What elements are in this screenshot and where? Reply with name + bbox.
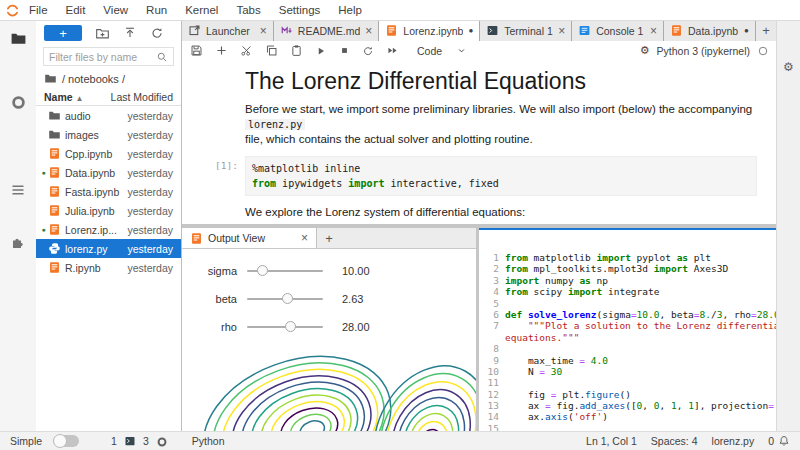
slider-value: 2.63 (342, 293, 363, 305)
right-activity-bar: ⚙ (776, 20, 800, 432)
copy-cell-button[interactable] (265, 44, 278, 57)
slider-row-beta: beta2.63 (182, 285, 476, 313)
filter-files-input[interactable]: Filter files by name (43, 47, 174, 66)
new-folder-button[interactable] (95, 26, 110, 41)
slider-track[interactable] (247, 298, 323, 300)
cut-cell-button[interactable] (240, 44, 253, 57)
menu-edit[interactable]: Edit (57, 4, 95, 16)
main-tab-bar: Launcher×README.md×Lorenz.ipynb●Terminal… (182, 20, 777, 41)
editor-panel: lorenz.py × + 1from matplotlib import py… (479, 228, 777, 432)
editor-line[interactable]: 8 (479, 343, 777, 354)
close-icon[interactable]: × (650, 25, 657, 37)
close-icon[interactable]: × (260, 25, 267, 37)
tab-output-view[interactable]: Output View × (182, 228, 317, 248)
language-indicator[interactable]: Python (192, 435, 225, 447)
slider-handle[interactable] (282, 293, 293, 304)
code-editor[interactable]: 1from matplotlib import pyplot as plt2fr… (479, 230, 777, 432)
tab-terminal-1[interactable]: Terminal 1× (480, 20, 572, 41)
breadcrumb[interactable]: / notebooks / (36, 69, 181, 88)
refresh-button[interactable] (150, 26, 164, 40)
kernel-count[interactable]: 3 (143, 435, 149, 447)
extension-manager-tab-icon[interactable] (8, 232, 28, 252)
editor-line[interactable]: 1from matplotlib import pyplot as plt (479, 252, 777, 263)
menu-run[interactable]: Run (137, 4, 176, 16)
menu-file[interactable]: File (20, 4, 57, 16)
file-row-cpp-ipynb[interactable]: Cpp.ipynbyesterday (36, 144, 181, 163)
file-modified: yesterday (127, 262, 173, 274)
file-row-data-ipynb[interactable]: ●Data.ipynbyesterday (36, 163, 181, 182)
tab-data-ipynb[interactable]: Data.ipynb● (664, 20, 756, 41)
editor-line[interactable]: 7 """Plot a solution to the Lorenz diffe… (479, 320, 777, 331)
upload-button[interactable] (123, 26, 137, 40)
editor-line[interactable]: 6def solve_lorenz(sigma=10.0, beta=8./3,… (479, 309, 777, 320)
editor-line[interactable]: 9 max_time = 4.0 (479, 355, 777, 366)
file-row-julia-ipynb[interactable]: Julia.ipynbyesterday (36, 201, 181, 220)
menu-settings[interactable]: Settings (270, 4, 330, 16)
interrupt-kernel-button[interactable] (339, 45, 350, 56)
console-icon (578, 24, 591, 37)
file-row-audio[interactable]: audioyesterday (36, 106, 181, 125)
menu-tabs[interactable]: Tabs (227, 4, 269, 16)
editor-line[interactable]: 11 (479, 377, 777, 388)
line-number: 14 (479, 411, 505, 422)
editor-line[interactable]: 13 ax = fig.add_axes([0, 0, 1, 1], proje… (479, 400, 777, 411)
editor-line[interactable]: 14 ax.axis('off') (479, 411, 777, 422)
editor-line[interactable]: 3import numpy as np (479, 275, 777, 286)
save-button[interactable] (190, 44, 203, 57)
modified-column-header[interactable]: Last Modified (111, 91, 173, 103)
indent-indicator[interactable]: Spaces: 4 (651, 435, 698, 447)
editor-line[interactable]: 4from scipy import integrate (479, 286, 777, 297)
kernel-settings-icon[interactable]: ⚙ (640, 44, 650, 57)
menu-view[interactable]: View (94, 4, 137, 16)
tab-console-1[interactable]: Console 1× (572, 20, 664, 41)
new-tab-button[interactable]: + (756, 20, 777, 41)
slider-track[interactable] (247, 270, 323, 272)
slider-handle[interactable] (257, 265, 268, 276)
menu-help[interactable]: Help (329, 4, 371, 16)
line-number: 3 (479, 275, 505, 286)
table-of-contents-tab-icon[interactable] (8, 180, 28, 200)
editor-line[interactable]: 5 (479, 298, 777, 309)
editor-line[interactable]: equations.""" (479, 332, 777, 343)
menu-kernel[interactable]: Kernel (176, 4, 227, 16)
editor-line[interactable]: 2from mpl_toolkits.mplot3d import Axes3D (479, 263, 777, 274)
running-kernels-tab-icon[interactable] (8, 92, 28, 112)
file-browser-tab-icon[interactable] (8, 28, 28, 48)
file-list-header[interactable]: Name▲ Last Modified (36, 88, 181, 106)
paste-cell-button[interactable] (290, 44, 303, 57)
restart-run-all-button[interactable] (386, 44, 399, 57)
close-icon[interactable]: × (301, 231, 308, 245)
code-cell[interactable]: %matplotlib inlinefrom ipywidgets import… (245, 156, 757, 196)
file-row-lorenz-ip-[interactable]: ●Lorenz.ip...yesterday (36, 220, 181, 239)
running-dot-icon: ● (39, 226, 48, 233)
bell-icon[interactable] (778, 435, 790, 447)
kernel-status-icon[interactable] (757, 45, 769, 57)
run-cell-button[interactable] (315, 45, 327, 57)
close-icon[interactable]: × (365, 25, 372, 37)
restart-kernel-button[interactable] (362, 45, 374, 57)
terminal-count[interactable]: 1 (111, 435, 117, 447)
fast-forward-icon (386, 44, 399, 57)
tab-launcher[interactable]: Launcher× (182, 20, 274, 41)
file-row-lorenz-py[interactable]: lorenz.pyyesterday (36, 239, 181, 258)
editor-line[interactable]: 12 fig = plt.figure() (479, 389, 777, 400)
cursor-position[interactable]: Ln 1, Col 1 (586, 435, 637, 447)
kernel-name[interactable]: Python 3 (ipykernel) (657, 45, 750, 57)
simple-mode-toggle[interactable] (53, 435, 79, 447)
slider-track[interactable] (247, 326, 323, 328)
add-cell-button[interactable] (215, 44, 228, 57)
property-inspector-icon[interactable]: ⚙ (777, 60, 800, 74)
cell-type-select[interactable]: Code (417, 45, 467, 57)
name-column-header[interactable]: Name (44, 91, 73, 103)
notebook-toolbar: Code ⚙ Python 3 (ipykernel) (182, 41, 777, 61)
active-file-label[interactable]: lorenz.py (712, 435, 755, 447)
add-view-button[interactable]: + (317, 228, 341, 248)
new-launcher-button[interactable]: + (44, 25, 82, 41)
tab-readme-md[interactable]: README.md× (274, 20, 379, 41)
file-row-fasta-ipynb[interactable]: Fasta.ipynbyesterday (36, 182, 181, 201)
close-icon[interactable]: × (558, 25, 565, 37)
file-row-images[interactable]: imagesyesterday (36, 125, 181, 144)
tab-lorenz-ipynb[interactable]: Lorenz.ipynb● (379, 20, 480, 41)
editor-line[interactable]: 10 N = 30 (479, 366, 777, 377)
file-row-r-ipynb[interactable]: R.ipynbyesterday (36, 258, 181, 277)
